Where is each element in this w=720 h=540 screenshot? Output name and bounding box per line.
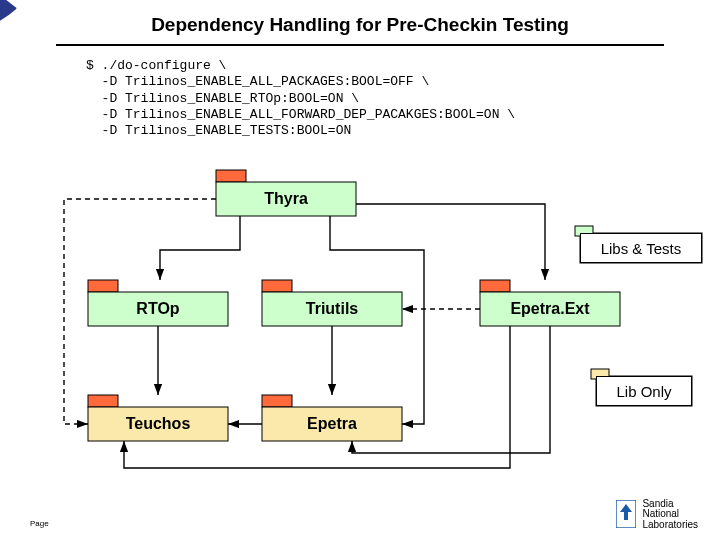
svg-rect-7 bbox=[262, 280, 292, 292]
svg-rect-9 bbox=[480, 280, 510, 292]
pkg-triutils: Triutils bbox=[262, 292, 402, 326]
footer-sandia-logo: Sandia National Laboratories bbox=[616, 499, 698, 531]
svg-rect-13 bbox=[262, 395, 292, 407]
legend-lib-only: Lib Only bbox=[596, 376, 692, 406]
thunderbird-icon bbox=[616, 500, 636, 528]
pkg-epetra: Epetra bbox=[262, 407, 402, 441]
pkg-epetraext: Epetra.Ext bbox=[480, 292, 620, 326]
pkg-thyra: Thyra bbox=[216, 182, 356, 216]
pkg-teuchos: Teuchos bbox=[88, 407, 228, 441]
footer-page-label: Page bbox=[30, 519, 49, 528]
footer-org-text: Sandia National Laboratories bbox=[642, 499, 698, 531]
dependency-diagram bbox=[0, 0, 720, 540]
pkg-rtop: RTOp bbox=[88, 292, 228, 326]
svg-rect-5 bbox=[88, 280, 118, 292]
svg-rect-3 bbox=[216, 170, 246, 182]
legend-libs-tests: Libs & Tests bbox=[580, 233, 702, 263]
svg-rect-11 bbox=[88, 395, 118, 407]
